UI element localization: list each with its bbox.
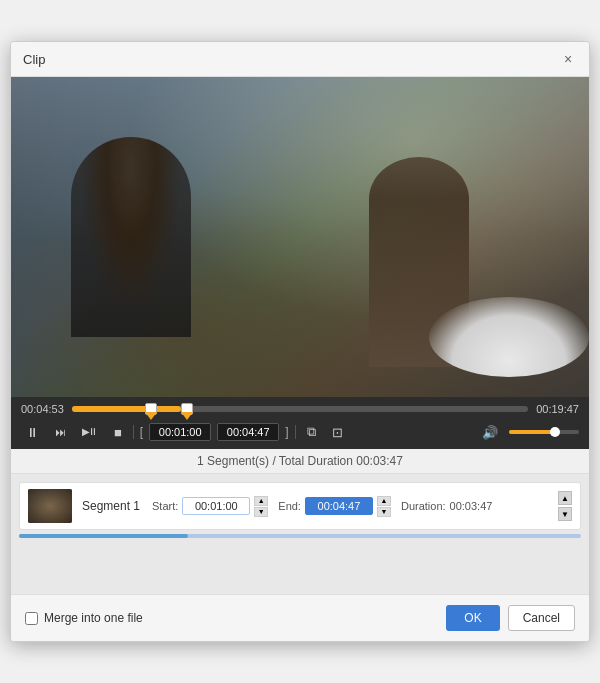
crop-button[interactable]: ⧉ [302, 421, 321, 443]
start-spin-down[interactable]: ▼ [254, 507, 268, 517]
snow-element [429, 297, 589, 377]
segment-name: Segment 1 [82, 499, 142, 513]
stop-button[interactable]: ■ [109, 422, 127, 443]
stop-icon: ■ [114, 425, 122, 440]
end-label: End: [278, 500, 301, 512]
start-label: Start: [152, 500, 178, 512]
merge-checkbox[interactable] [25, 612, 38, 625]
scroll-up-button[interactable]: ▲ [558, 491, 572, 505]
segment-progress-fill [19, 534, 188, 538]
end-spin-up[interactable]: ▲ [377, 496, 391, 506]
trim-marker-right [181, 412, 193, 420]
timeline-track[interactable] [72, 406, 528, 412]
clip-dialog: Clip × 00:04:53 00:19:47 ⏸ [10, 41, 590, 642]
close-button[interactable]: × [559, 50, 577, 68]
footer: Merge into one file OK Cancel [11, 594, 589, 641]
end-spin-buttons: ▲ ▼ [377, 496, 391, 517]
next-frame-icon: ⏭ [55, 426, 66, 438]
volume-handle[interactable] [550, 427, 560, 437]
segment-thumbnail [28, 489, 72, 523]
clip-time-input[interactable] [217, 423, 279, 441]
start-time-input[interactable] [149, 423, 211, 441]
footer-buttons: OK Cancel [446, 605, 575, 631]
figure-left [71, 137, 191, 337]
playback-controls: ⏸ ⏭ ▶ ⏸ ■ [ ] ⧉ [21, 421, 579, 443]
crop-icon: ⧉ [307, 424, 316, 440]
screenshot-button[interactable]: ⊡ [327, 422, 348, 443]
dialog-title: Clip [23, 52, 45, 67]
trim-marker-left [145, 412, 157, 420]
current-time-label: 00:04:53 [21, 403, 64, 415]
timeline-row: 00:04:53 00:19:47 [21, 403, 579, 415]
cancel-button[interactable]: Cancel [508, 605, 575, 631]
segment-list: Segment 1 Start: ▲ ▼ End: ▲ ▼ Duration: [11, 474, 589, 594]
segment-end-field: End: ▲ ▼ [278, 496, 391, 517]
merge-checkbox-row: Merge into one file [25, 611, 143, 625]
start-spin-up[interactable]: ▲ [254, 496, 268, 506]
segment-progress-row [19, 534, 581, 538]
video-player [11, 77, 589, 397]
bracket-right-icon: ] [285, 425, 288, 439]
controls-bar: 00:04:53 00:19:47 ⏸ ⏭ ▶ ⏸ [11, 397, 589, 449]
segment-start-field: Start: ▲ ▼ [152, 496, 268, 517]
segment-end-input[interactable] [305, 497, 373, 515]
timeline-fill [72, 406, 182, 412]
segment-info-text: 1 Segment(s) / Total Duration 00:03:47 [197, 454, 403, 468]
play-pause-button[interactable]: ⏸ [21, 422, 44, 443]
duration-value: 00:03:47 [450, 500, 493, 512]
volume-icon: 🔊 [477, 422, 503, 443]
segment-info-bar: 1 Segment(s) / Total Duration 00:03:47 [11, 449, 589, 474]
thumb-inner [28, 489, 72, 523]
separator-1 [133, 425, 134, 439]
end-spin-down[interactable]: ▼ [377, 507, 391, 517]
scroll-down-button[interactable]: ▼ [558, 507, 572, 521]
merge-label: Merge into one file [44, 611, 143, 625]
skip-icon: ▶ ⏸ [82, 424, 98, 440]
duration-label: Duration: [401, 500, 446, 512]
volume-slider[interactable] [509, 430, 579, 434]
start-spin-buttons: ▲ ▼ [254, 496, 268, 517]
title-bar: Clip × [11, 42, 589, 77]
separator-2 [295, 425, 296, 439]
segment-progress-track[interactable] [19, 534, 581, 538]
bracket-left-icon: [ [140, 425, 143, 439]
segment-scroll-controls: ▲ ▼ [558, 491, 572, 521]
screenshot-icon: ⊡ [332, 425, 343, 440]
segment-row: Segment 1 Start: ▲ ▼ End: ▲ ▼ Duration: [19, 482, 581, 530]
volume-fill [509, 430, 555, 434]
total-time-label: 00:19:47 [536, 403, 579, 415]
video-frame [11, 77, 589, 397]
next-frame-button[interactable]: ⏭ [50, 423, 71, 441]
segment-duration-field: Duration: 00:03:47 [401, 500, 492, 512]
ok-button[interactable]: OK [446, 605, 499, 631]
skip-button[interactable]: ▶ ⏸ [77, 421, 103, 443]
segment-start-input[interactable] [182, 497, 250, 515]
